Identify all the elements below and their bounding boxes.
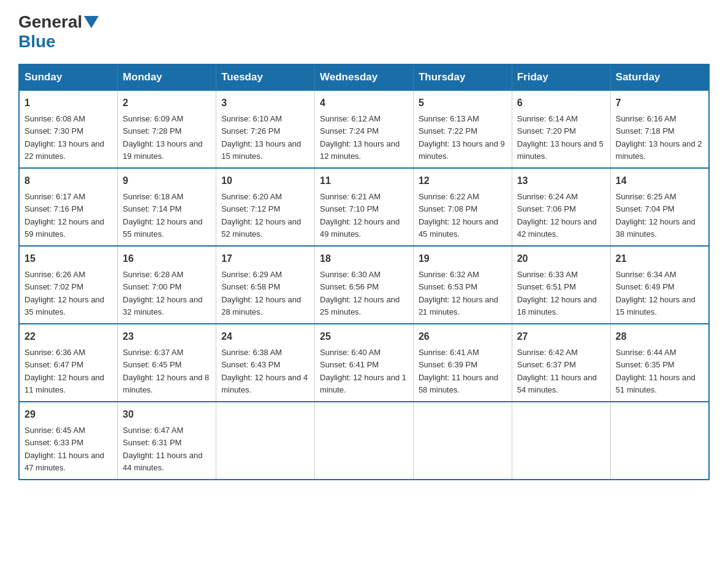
logo-blue-part <box>82 16 100 28</box>
day-info: Sunrise: 6:12 AMSunset: 7:24 PMDaylight:… <box>320 114 400 161</box>
calendar-cell: 17 Sunrise: 6:29 AMSunset: 6:58 PMDaylig… <box>216 246 315 324</box>
calendar-cell: 18 Sunrise: 6:30 AMSunset: 6:56 PMDaylig… <box>315 246 414 324</box>
day-number: 25 <box>320 329 408 344</box>
calendar-cell: 25 Sunrise: 6:40 AMSunset: 6:41 PMDaylig… <box>315 324 414 402</box>
day-number: 8 <box>25 174 112 188</box>
day-info: Sunrise: 6:37 AMSunset: 6:45 PMDaylight:… <box>123 348 209 394</box>
day-info: Sunrise: 6:42 AMSunset: 6:37 PMDaylight:… <box>517 348 597 394</box>
day-info: Sunrise: 6:21 AMSunset: 7:10 PMDaylight:… <box>320 192 400 239</box>
logo-triangle-icon <box>84 16 99 28</box>
calendar-cell: 3 Sunrise: 6:10 AMSunset: 7:26 PMDayligh… <box>216 90 315 168</box>
day-info: Sunrise: 6:10 AMSunset: 7:26 PMDaylight:… <box>221 114 301 161</box>
day-info: Sunrise: 6:45 AMSunset: 6:33 PMDaylight:… <box>25 426 104 472</box>
day-info: Sunrise: 6:16 AMSunset: 7:18 PMDaylight:… <box>616 114 702 161</box>
day-number: 27 <box>517 329 605 344</box>
weekday-header-row: SundayMondayTuesdayWednesdayThursdayFrid… <box>19 64 709 90</box>
calendar-cell <box>216 402 315 480</box>
page-header: General Blue <box>18 12 710 52</box>
day-info: Sunrise: 6:40 AMSunset: 6:41 PMDaylight:… <box>320 348 406 394</box>
day-number: 9 <box>123 174 211 188</box>
weekday-header-tuesday: Tuesday <box>216 64 315 90</box>
day-info: Sunrise: 6:33 AMSunset: 6:51 PMDaylight:… <box>517 270 597 316</box>
day-number: 26 <box>419 329 507 344</box>
day-number: 4 <box>320 96 408 110</box>
calendar-table: SundayMondayTuesdayWednesdayThursdayFrid… <box>18 64 710 480</box>
day-number: 30 <box>123 407 211 422</box>
day-number: 7 <box>616 96 703 110</box>
logo-general-text: General <box>18 12 82 32</box>
calendar-cell: 11 Sunrise: 6:21 AMSunset: 7:10 PMDaylig… <box>315 168 414 246</box>
day-number: 23 <box>123 329 211 344</box>
day-info: Sunrise: 6:09 AMSunset: 7:28 PMDaylight:… <box>123 114 202 161</box>
calendar-cell: 4 Sunrise: 6:12 AMSunset: 7:24 PMDayligh… <box>315 90 414 168</box>
day-info: Sunrise: 6:18 AMSunset: 7:14 PMDaylight:… <box>123 192 202 239</box>
calendar-cell: 8 Sunrise: 6:17 AMSunset: 7:16 PMDayligh… <box>19 168 118 246</box>
day-number: 22 <box>25 329 112 344</box>
day-info: Sunrise: 6:36 AMSunset: 6:47 PMDaylight:… <box>25 348 104 394</box>
day-info: Sunrise: 6:41 AMSunset: 6:39 PMDaylight:… <box>419 348 498 394</box>
day-number: 10 <box>221 174 309 188</box>
calendar-cell: 28 Sunrise: 6:44 AMSunset: 6:35 PMDaylig… <box>610 324 709 402</box>
calendar-cell <box>315 402 414 480</box>
weekday-header-friday: Friday <box>512 64 610 90</box>
day-number: 5 <box>419 96 507 110</box>
calendar-week-row: 15 Sunrise: 6:26 AMSunset: 7:02 PMDaylig… <box>19 246 709 324</box>
day-number: 16 <box>123 251 211 266</box>
day-info: Sunrise: 6:24 AMSunset: 7:06 PMDaylight:… <box>517 192 597 239</box>
day-number: 18 <box>320 251 408 266</box>
calendar-cell: 14 Sunrise: 6:25 AMSunset: 7:04 PMDaylig… <box>610 168 709 246</box>
calendar-cell: 27 Sunrise: 6:42 AMSunset: 6:37 PMDaylig… <box>512 324 610 402</box>
day-number: 20 <box>517 251 605 266</box>
calendar-week-row: 22 Sunrise: 6:36 AMSunset: 6:47 PMDaylig… <box>19 324 709 402</box>
day-info: Sunrise: 6:26 AMSunset: 7:02 PMDaylight:… <box>25 270 104 316</box>
day-number: 21 <box>616 251 703 266</box>
calendar-cell: 26 Sunrise: 6:41 AMSunset: 6:39 PMDaylig… <box>413 324 512 402</box>
day-number: 17 <box>221 251 309 266</box>
day-number: 12 <box>419 174 507 188</box>
calendar-cell: 30 Sunrise: 6:47 AMSunset: 6:31 PMDaylig… <box>118 402 216 480</box>
day-info: Sunrise: 6:30 AMSunset: 6:56 PMDaylight:… <box>320 270 400 316</box>
calendar-cell: 7 Sunrise: 6:16 AMSunset: 7:18 PMDayligh… <box>610 90 709 168</box>
day-info: Sunrise: 6:32 AMSunset: 6:53 PMDaylight:… <box>419 270 498 316</box>
weekday-header-saturday: Saturday <box>610 64 709 90</box>
calendar-cell: 21 Sunrise: 6:34 AMSunset: 6:49 PMDaylig… <box>610 246 709 324</box>
day-info: Sunrise: 6:08 AMSunset: 7:30 PMDaylight:… <box>25 114 104 161</box>
day-number: 11 <box>320 174 408 188</box>
day-number: 1 <box>25 96 112 110</box>
calendar-cell: 5 Sunrise: 6:13 AMSunset: 7:22 PMDayligh… <box>413 90 512 168</box>
calendar-cell <box>413 402 512 480</box>
calendar-header: SundayMondayTuesdayWednesdayThursdayFrid… <box>19 64 709 90</box>
day-info: Sunrise: 6:47 AMSunset: 6:31 PMDaylight:… <box>123 426 202 472</box>
calendar-cell: 10 Sunrise: 6:20 AMSunset: 7:12 PMDaylig… <box>216 168 315 246</box>
calendar-cell: 15 Sunrise: 6:26 AMSunset: 7:02 PMDaylig… <box>19 246 118 324</box>
day-number: 24 <box>221 329 309 344</box>
day-info: Sunrise: 6:20 AMSunset: 7:12 PMDaylight:… <box>221 192 301 239</box>
calendar-cell: 12 Sunrise: 6:22 AMSunset: 7:08 PMDaylig… <box>413 168 512 246</box>
day-number: 3 <box>221 96 309 110</box>
day-info: Sunrise: 6:22 AMSunset: 7:08 PMDaylight:… <box>419 192 498 239</box>
calendar-week-row: 1 Sunrise: 6:08 AMSunset: 7:30 PMDayligh… <box>19 90 709 168</box>
calendar-cell: 1 Sunrise: 6:08 AMSunset: 7:30 PMDayligh… <box>19 90 118 168</box>
calendar-cell <box>512 402 610 480</box>
calendar-cell: 16 Sunrise: 6:28 AMSunset: 7:00 PMDaylig… <box>118 246 216 324</box>
weekday-header-wednesday: Wednesday <box>315 64 414 90</box>
calendar-cell: 13 Sunrise: 6:24 AMSunset: 7:06 PMDaylig… <box>512 168 610 246</box>
day-number: 2 <box>123 96 211 110</box>
day-number: 15 <box>25 251 112 266</box>
calendar-body: 1 Sunrise: 6:08 AMSunset: 7:30 PMDayligh… <box>19 90 709 480</box>
day-info: Sunrise: 6:28 AMSunset: 7:00 PMDaylight:… <box>123 270 202 316</box>
calendar-cell: 24 Sunrise: 6:38 AMSunset: 6:43 PMDaylig… <box>216 324 315 402</box>
day-number: 6 <box>517 96 605 110</box>
day-info: Sunrise: 6:44 AMSunset: 6:35 PMDaylight:… <box>616 348 696 394</box>
logo: General Blue <box>18 12 100 52</box>
calendar-cell <box>610 402 709 480</box>
calendar-cell: 19 Sunrise: 6:32 AMSunset: 6:53 PMDaylig… <box>413 246 512 324</box>
calendar-cell: 22 Sunrise: 6:36 AMSunset: 6:47 PMDaylig… <box>19 324 118 402</box>
calendar-cell: 23 Sunrise: 6:37 AMSunset: 6:45 PMDaylig… <box>118 324 216 402</box>
day-info: Sunrise: 6:25 AMSunset: 7:04 PMDaylight:… <box>616 192 696 239</box>
weekday-header-monday: Monday <box>118 64 216 90</box>
calendar-cell: 20 Sunrise: 6:33 AMSunset: 6:51 PMDaylig… <box>512 246 610 324</box>
calendar-week-row: 8 Sunrise: 6:17 AMSunset: 7:16 PMDayligh… <box>19 168 709 246</box>
day-info: Sunrise: 6:38 AMSunset: 6:43 PMDaylight:… <box>221 348 308 394</box>
weekday-header-sunday: Sunday <box>19 64 118 90</box>
